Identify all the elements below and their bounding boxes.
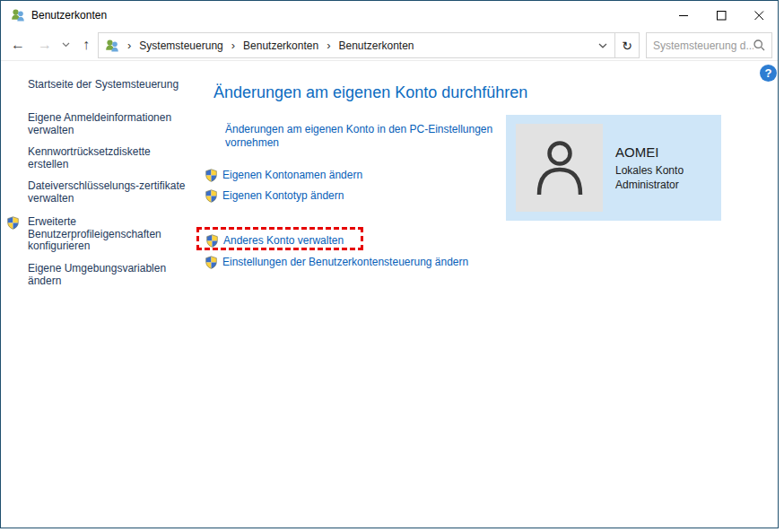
window-title: Benutzerkonten	[31, 9, 107, 22]
title-bar[interactable]: Benutzerkonten	[1, 1, 778, 30]
address-location-icon	[105, 39, 119, 53]
breadcrumb-benutzerkonten-1[interactable]: Benutzerkonten	[243, 39, 318, 52]
search-icon[interactable]	[754, 39, 765, 51]
refresh-button[interactable]: ↻	[614, 33, 639, 57]
sidebar-item-encryption-certificates[interactable]: Dateiverschlüsselungs-zertifikate verwal…	[28, 180, 186, 205]
back-button[interactable]: ←	[4, 30, 31, 60]
breadcrumb-chevron-icon: ›	[327, 39, 330, 52]
breadcrumb-chevron-icon: ›	[231, 39, 235, 52]
breadcrumb-chevron-icon: ›	[127, 39, 131, 52]
chevron-down-icon	[62, 42, 70, 48]
close-icon	[754, 11, 764, 21]
close-button[interactable]	[740, 1, 778, 30]
link-change-account-type[interactable]: Eigenen Kontotyp ändern	[222, 189, 344, 203]
help-button[interactable]: ?	[760, 65, 777, 82]
forward-icon: →	[38, 37, 52, 53]
sidebar-item-environment-variables[interactable]: Eigene Umgebungsvariablen ändern	[28, 263, 186, 287]
sidebar-item-credentials[interactable]: Eigene Anmeldeinformationen verwalten	[28, 112, 186, 136]
uac-shield-icon	[6, 216, 20, 230]
page-title: Änderungen am eigenen Konto durchführen	[213, 83, 527, 102]
history-dropdown-button[interactable]	[58, 30, 73, 60]
user-accounts-window: Benutzerkonten ← → ↑ › Systemsteuerung ›…	[0, 0, 779, 528]
sidebar-item-advanced-user-profiles[interactable]: Erweiterte Benutzerprofileigenschaften k…	[28, 216, 186, 253]
sidebar-item-control-panel-home[interactable]: Startseite der Systemsteuerung	[28, 79, 186, 92]
link-change-uac-settings[interactable]: Einstellungen der Benutzerkontensteuerun…	[222, 256, 468, 269]
refresh-icon: ↻	[622, 39, 632, 53]
account-name: AOMEI	[615, 144, 658, 160]
search-input[interactable]	[647, 39, 754, 52]
address-bar[interactable]: › Systemsteuerung › Benutzerkonten › Ben…	[98, 32, 640, 58]
back-icon: ←	[11, 37, 25, 53]
breadcrumb-benutzerkonten-2[interactable]: Benutzerkonten	[338, 39, 414, 52]
account-type: Lokales Konto	[615, 164, 684, 177]
uac-shield-icon	[205, 256, 218, 269]
caption-buttons	[665, 1, 778, 30]
uac-shield-icon	[205, 234, 219, 248]
link-pc-settings-changes[interactable]: Änderungen am eigenen Konto in den PC-Ei…	[225, 123, 508, 150]
search-box	[646, 32, 772, 58]
up-button[interactable]: ↑	[74, 30, 98, 60]
link-change-account-name[interactable]: Eigenen Kontonamen ändern	[222, 169, 362, 182]
person-icon	[530, 135, 589, 200]
up-icon: ↑	[83, 37, 90, 53]
address-dropdown-button[interactable]	[591, 33, 614, 57]
chevron-down-icon	[598, 43, 607, 48]
forward-button[interactable]: →	[33, 30, 57, 60]
account-info-panel: AOMEI Lokales Konto Administrator	[506, 115, 721, 221]
avatar	[516, 124, 603, 212]
uac-shield-icon	[205, 169, 218, 182]
link-manage-another-account[interactable]: Anderes Konto verwalten	[223, 234, 344, 248]
maximize-button[interactable]	[702, 1, 740, 30]
uac-shield-icon	[205, 189, 218, 203]
minimize-button[interactable]	[665, 1, 702, 30]
maximize-icon	[717, 11, 727, 21]
minimize-icon	[679, 11, 689, 21]
user-accounts-app-icon	[11, 8, 25, 22]
navigation-toolbar: ← → ↑ › Systemsteuerung › Benutzerkonten…	[1, 30, 778, 61]
breadcrumb-systemsteuerung[interactable]: Systemsteuerung	[139, 39, 222, 52]
help-icon: ?	[765, 66, 772, 80]
sidebar-item-password-reset-disk[interactable]: Kennwortrücksetzdiskette erstellen	[28, 146, 186, 170]
account-role: Administrator	[615, 179, 679, 191]
